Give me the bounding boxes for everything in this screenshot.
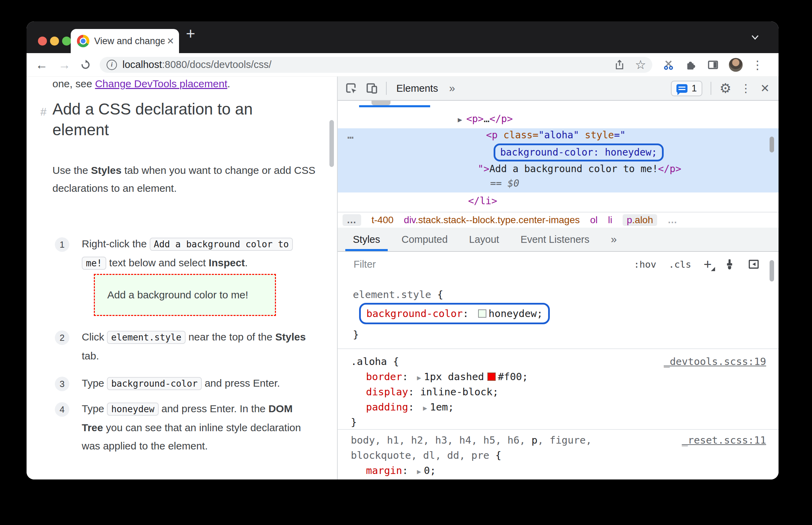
device-toolbar-icon[interactable]	[365, 82, 378, 95]
step-3-text: Type background-color and press Enter.	[82, 374, 310, 393]
dom-node-li-close[interactable]: </li>	[468, 195, 497, 207]
tab-title: View and change CSS - Chrom	[94, 36, 165, 47]
more-tabs-icon[interactable]: »	[611, 233, 617, 246]
styles-filter-input[interactable]	[353, 258, 596, 270]
reload-button[interactable]	[80, 59, 91, 71]
browser-toolbar: ← → i localhost:8080/docs/devtools/css/ …	[27, 53, 779, 77]
tab-elements[interactable]: Elements	[396, 83, 438, 94]
class-toggle-button[interactable]: .cls	[669, 259, 691, 270]
reset-scss-source-link[interactable]: _reset.scss:11	[682, 433, 766, 448]
intro-paragraph: Use the Styles tab when you want to chan…	[52, 161, 328, 197]
dom-node-collapsed-p[interactable]: ▶<p>…</p>	[458, 113, 513, 125]
devtools-close-icon[interactable]: ✕	[760, 82, 770, 95]
expand-arrow-icon[interactable]: ▶	[458, 116, 462, 124]
step-number-1: 1	[55, 237, 69, 252]
dom-scrollbar[interactable]	[770, 137, 774, 152]
breadcrumb-overflow-ellipsis[interactable]: …	[667, 215, 678, 226]
new-style-rule-button[interactable]: +	[704, 257, 712, 271]
dock-sidebar-icon[interactable]	[747, 258, 760, 270]
forward-button[interactable]: →	[58, 59, 71, 71]
step-1-text: Right-click the Add a background color t…	[82, 235, 310, 273]
heading-anchor-hash[interactable]: #	[40, 106, 47, 118]
doc-page: one, see Change DevTools placement. # Ad…	[27, 77, 337, 479]
content-area: one, see Change DevTools placement. # Ad…	[27, 77, 779, 479]
step-number-3: 3	[55, 377, 69, 391]
expand-arrow-icon[interactable]: ▶	[414, 374, 424, 382]
padding-declaration[interactable]: padding: ▶1em;	[366, 399, 454, 416]
rendering-brush-icon[interactable]	[723, 258, 736, 270]
settings-gear-icon[interactable]: ⚙	[720, 82, 731, 95]
dom-selected-line-2: background-color: honeydew;	[494, 143, 664, 161]
devtools-scss-source-link[interactable]: _devtools.scss:19	[664, 354, 766, 369]
demo-aloha-box[interactable]: Add a background color to me!	[94, 274, 276, 316]
extensions-puzzle-icon[interactable]	[685, 59, 697, 71]
chrome-logo-icon	[77, 35, 89, 47]
issues-count: 1	[692, 83, 697, 94]
browser-menu-kebab-icon[interactable]: ⋮	[752, 59, 763, 71]
step-number-2: 2	[55, 330, 69, 345]
expand-arrow-icon[interactable]: ▶	[420, 404, 430, 412]
breadcrumb-item[interactable]: ol	[590, 215, 598, 226]
more-panels-icon[interactable]: »	[449, 82, 455, 95]
tab-close-icon[interactable]: ✕	[167, 36, 174, 47]
breadcrumb-item[interactable]: div.stack.stack--block.type.center-image…	[404, 215, 580, 226]
change-devtools-placement-link[interactable]: Change DevTools placement	[95, 78, 227, 89]
inline-code: element.style	[107, 331, 186, 344]
red-color-swatch[interactable]	[487, 373, 496, 381]
bookmark-star-icon[interactable]: ☆	[635, 59, 646, 71]
doc-scrollbar[interactable]	[329, 120, 334, 167]
tab-styles[interactable]: Styles	[353, 228, 380, 251]
display-declaration[interactable]: display: inline-block;	[366, 384, 498, 399]
breadcrumb-item[interactable]: li	[608, 215, 612, 226]
breadcrumb-item[interactable]: t-400	[372, 215, 394, 226]
tab-search-chevron-icon[interactable]	[750, 34, 761, 43]
breadcrumb-item-selected[interactable]: p.aloh	[623, 214, 657, 226]
tab-layout[interactable]: Layout	[469, 228, 499, 251]
hover-state-button[interactable]: :hov	[634, 259, 656, 270]
side-panel-icon[interactable]	[707, 59, 719, 71]
traffic-close-button[interactable]	[38, 37, 47, 46]
rule-close-brace: }	[351, 415, 357, 430]
site-info-icon[interactable]: i	[107, 60, 117, 70]
step-number-4: 4	[55, 402, 69, 417]
sidebar-tabs: Styles Computed Layout Event Listeners »	[338, 228, 779, 252]
browser-tab[interactable]: View and change CSS - Chrom ✕	[71, 29, 179, 53]
honeydew-color-swatch[interactable]	[478, 309, 486, 318]
dom-ellipsis-button[interactable]: …	[347, 129, 355, 141]
dom-partial-row-highlight	[359, 105, 430, 107]
toolbar-separator	[386, 82, 387, 95]
back-button[interactable]: ←	[36, 59, 48, 71]
tab-event-listeners[interactable]: Event Listeners	[521, 228, 590, 251]
element-style-declaration: background-color: honeydew;	[359, 303, 550, 324]
scissors-extension-icon[interactable]	[662, 58, 675, 71]
reset-selector-line-1[interactable]: body, h1, h2, h3, h4, h5, h6, p, figure,	[351, 433, 592, 448]
tab-strip: View and change CSS - Chrom ✕ +	[27, 21, 779, 53]
traffic-zoom-button[interactable]	[62, 37, 71, 46]
margin-declaration[interactable]: margin: ▶0;	[366, 463, 436, 479]
element-style-selector[interactable]: element.style {	[353, 287, 443, 302]
declaration-annotation[interactable]: background-color: honeydew;	[359, 303, 550, 324]
aloha-selector[interactable]: .aloha {	[351, 354, 399, 369]
traffic-minimize-button[interactable]	[50, 37, 59, 46]
dom-selected-line-1: <p class="aloha" style="	[486, 128, 626, 142]
dollar-zero: $0	[508, 178, 519, 189]
step-2-text: Click element.style near the top of the …	[82, 328, 310, 365]
devtools-menu-kebab-icon[interactable]: ⋮	[740, 82, 751, 95]
url-text: localhost:8080/docs/devtools/css/	[122, 59, 271, 70]
page-title: Add a CSS declaration to an element	[52, 99, 280, 140]
rule-divider	[338, 429, 779, 430]
share-icon[interactable]	[614, 59, 625, 71]
inline-style-annotation[interactable]: background-color: honeydew;	[494, 143, 664, 161]
breadcrumb-ellipsis[interactable]: …	[343, 214, 361, 226]
issues-button[interactable]: 1	[671, 81, 702, 96]
border-declaration[interactable]: border: ▶1px dashed#f00;	[366, 369, 528, 385]
tab-computed[interactable]: Computed	[402, 228, 448, 251]
profile-avatar[interactable]	[729, 58, 743, 72]
dom-node-selected[interactable]: … <p class="aloha" style=" background-co…	[338, 128, 779, 192]
expand-arrow-icon[interactable]: ▶	[414, 467, 424, 476]
new-tab-button[interactable]: +	[186, 24, 195, 43]
reset-selector-line-2[interactable]: blockquote, dl, dd, pre {	[351, 448, 502, 463]
address-bar[interactable]: i localhost:8080/docs/devtools/css/ ☆	[100, 57, 652, 73]
inspect-element-icon[interactable]	[345, 82, 358, 95]
devtools-toolbar: Elements » 1 ⚙ ⋮ ✕	[338, 77, 779, 101]
